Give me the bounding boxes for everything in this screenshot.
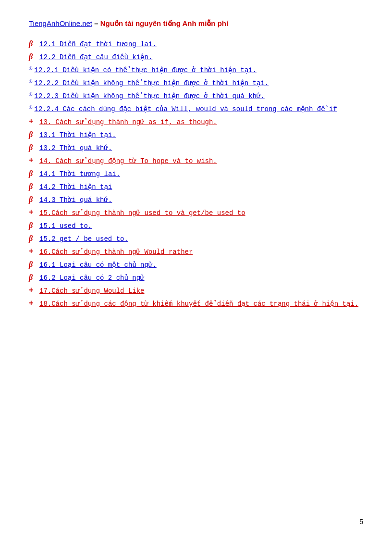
toc-item: +18.Cách sử dụng các động từ khiếm khuyế… (29, 299, 363, 309)
toc-item: β12.2 Diễn đạt câu điều kiện. (29, 52, 363, 63)
registered-icon: ® (29, 104, 33, 110)
toc-item: +16.Cách sử dụng thành ngữ Would rather (29, 247, 363, 257)
toc-item: +13. Cách sử dụng thành ngữ as if, as th… (29, 117, 363, 127)
beta-icon: β (29, 143, 37, 152)
toc-item: β14.2 Thời hiện tại (29, 182, 363, 192)
beta-icon: β (29, 169, 37, 178)
toc-link[interactable]: 12.2.1 Điều kiện có thể thực hiện được ở… (35, 65, 257, 75)
toc-link[interactable]: 17.Cách sử dụng Would Like (39, 286, 145, 296)
beta-icon: β (29, 273, 37, 282)
toc-link[interactable]: 12.2.2 Điều kiện không thể thực hiện đượ… (35, 78, 269, 88)
header-line: TiengAnhOnline.net – Nguồn tài nguyên ti… (29, 19, 363, 28)
page-number: 5 (359, 518, 363, 526)
toc-link[interactable]: 15.1 used to. (39, 221, 92, 231)
beta-icon: β (29, 260, 37, 269)
registered-icon: ® (29, 65, 33, 71)
plus-icon: + (29, 208, 37, 217)
toc-item: β15.1 used to. (29, 221, 363, 231)
registered-icon: ® (29, 78, 33, 84)
toc-list: β12.1 Diễn đạt thời tương lai.β12.2 Diễn… (29, 39, 363, 309)
toc-item: +14. Cách sử dụng động từ To hope và to … (29, 156, 363, 166)
toc-link[interactable]: 16.Cách sử dụng thành ngữ Would rather (39, 247, 193, 257)
toc-item: β14.3 Thời quá khứ. (29, 195, 363, 205)
beta-icon: β (29, 221, 37, 230)
toc-link[interactable]: 16.1 Loại câu có một chủ ngữ. (39, 260, 157, 270)
toc-item: ®12.2.2 Điều kiện không thể thực hiện đư… (29, 78, 363, 88)
beta-icon: β (29, 182, 37, 191)
toc-link[interactable]: 14.2 Thời hiện tại (39, 182, 112, 192)
registered-icon: ® (29, 91, 33, 97)
toc-item: β12.1 Diễn đạt thời tương lai. (29, 39, 363, 50)
toc-link[interactable]: 13.2 Thời quá khứ. (39, 143, 112, 153)
toc-item: +17.Cách sử dụng Would Like (29, 286, 363, 296)
toc-link[interactable]: 14. Cách sử dụng động từ To hope và to w… (39, 156, 217, 166)
toc-item: β14.1 Thời tương lai. (29, 169, 363, 179)
toc-link[interactable]: 18.Cách sử dụng các động từ khiếm khuyết… (39, 299, 358, 309)
toc-item: β13.1 Thời hiện tại. (29, 130, 363, 140)
toc-link[interactable]: 12.1 Diễn đạt thời tương lai. (39, 39, 157, 50)
toc-link[interactable]: 14.1 Thời tương lai. (39, 169, 120, 179)
toc-link[interactable]: 12.2.3 Điều kiện không thể thực hiện đượ… (35, 91, 265, 101)
toc-item: ®12.2.3 Điều kiện không thể thực hiện đư… (29, 91, 363, 101)
toc-item: β15.2 get / be used to. (29, 234, 363, 244)
toc-item: ®12.2.1 Điều kiện có thể thực hiện được … (29, 65, 363, 75)
toc-item: ®12.2.4 Các cách dùng đặc biệt của Will,… (29, 104, 363, 114)
toc-link[interactable]: 12.2 Diễn đạt câu điều kiện. (39, 52, 152, 63)
toc-item: β16.2 Loại câu có 2 chủ ngữ (29, 273, 363, 283)
toc-item: β16.1 Loại câu có một chủ ngữ. (29, 260, 363, 270)
toc-link[interactable]: 16.2 Loại câu có 2 chủ ngữ (39, 273, 145, 283)
beta-icon: β (29, 234, 37, 243)
plus-icon: + (29, 117, 37, 126)
header-dash: – (94, 19, 100, 27)
toc-link[interactable]: 14.3 Thời quá khứ. (39, 195, 112, 205)
toc-link[interactable]: 13.1 Thời hiện tại. (39, 130, 116, 140)
toc-item: β13.2 Thời quá khứ. (29, 143, 363, 153)
toc-link[interactable]: 15.Cách sử dụng thành ngữ used to và get… (39, 208, 245, 218)
plus-icon: + (29, 286, 37, 295)
beta-icon: β (29, 52, 37, 61)
toc-link[interactable]: 15.2 get / be used to. (39, 234, 128, 244)
beta-icon: β (29, 130, 37, 139)
site-link[interactable]: TiengAnhOnline.net (29, 19, 92, 27)
toc-link[interactable]: 13. Cách sử dụng thành ngữ as if, as tho… (39, 117, 217, 127)
plus-icon: + (29, 247, 37, 256)
plus-icon: + (29, 299, 37, 308)
toc-link[interactable]: 12.2.4 Các cách dùng đặc biệt của Will, … (35, 104, 337, 114)
beta-icon: β (29, 39, 37, 48)
beta-icon: β (29, 195, 37, 204)
header-subtitle: Nguồn tài nguyên tiếng Anh miễn phí (100, 19, 228, 27)
plus-icon: + (29, 156, 37, 165)
toc-item: +15.Cách sử dụng thành ngữ used to và ge… (29, 208, 363, 218)
